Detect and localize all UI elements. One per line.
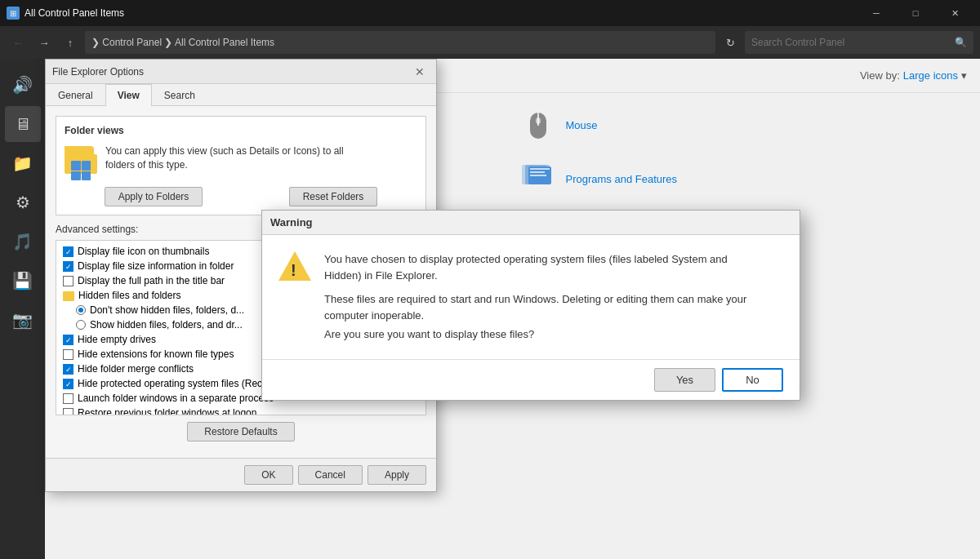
app-icon: ⊞: [7, 7, 20, 20]
radio-label-2: Show hidden files, folders, and dr...: [90, 319, 243, 331]
close-button[interactable]: ✕: [936, 0, 973, 26]
adv-label-3: Display the full path in the title bar: [78, 275, 225, 286]
feo-tabs: General View Search: [46, 84, 436, 106]
tab-view[interactable]: View: [105, 84, 152, 106]
search-input[interactable]: [751, 37, 950, 48]
grid-cell-4: [82, 171, 91, 181]
grid-cell-3: [71, 171, 81, 181]
checkbox-file-icon[interactable]: ✓: [63, 246, 74, 257]
warning-title: Warning: [270, 216, 313, 228]
titlebar: ⊞ All Control Panel Items ─ □ ✕: [0, 0, 980, 26]
warning-line5: Are you sure you want to display these f…: [324, 326, 746, 343]
viewby-row: View by: Large icons ▾: [860, 69, 967, 82]
checkbox-extensions[interactable]: [63, 349, 74, 360]
viewby-link[interactable]: Large icons: [903, 69, 958, 82]
checkbox-file-size[interactable]: ✓: [63, 261, 74, 272]
warning-line1: You have chosen to display protected ope…: [324, 251, 746, 268]
feo-titlebar: File Explorer Options ✕: [46, 60, 436, 84]
search-icon: 🔍: [955, 37, 967, 48]
warning-body: You have chosen to display protected ope…: [262, 235, 800, 359]
checkbox-restore-windows[interactable]: [63, 408, 74, 415]
folder-views-label: Folder views: [65, 125, 417, 136]
svg-rect-15: [530, 175, 546, 176]
minimize-button[interactable]: ─: [858, 0, 895, 26]
apply-to-folders-button[interactable]: Apply to Folders: [105, 187, 203, 206]
folder-icon: [65, 143, 97, 174]
checkbox-merge[interactable]: ✓: [63, 364, 74, 375]
warning-line3: These files are required to start and ru…: [324, 291, 746, 308]
restore-defaults-button[interactable]: Restore Defaults: [187, 422, 294, 441]
programs-icon: [519, 160, 558, 199]
folder-small-icon: [63, 291, 74, 301]
svg-rect-13: [530, 168, 550, 170]
apply-button[interactable]: Apply: [368, 465, 426, 485]
programs-label: Programs and Features: [566, 173, 678, 187]
mouse-icon: [519, 106, 558, 145]
checkbox-separate-process[interactable]: [63, 393, 74, 404]
titlebar-controls: ─ □ ✕: [858, 0, 973, 26]
cancel-button[interactable]: Cancel: [298, 465, 363, 485]
folder-views-description: You can apply this view (such as Details…: [105, 144, 344, 172]
cp-item-programs[interactable]: Programs and Features: [514, 153, 968, 206]
forward-button[interactable]: →: [33, 31, 56, 54]
feo-title: File Explorer Options: [52, 66, 410, 78]
adv-label-folder: Hidden files and folders: [78, 290, 180, 301]
checkbox-full-path[interactable]: [63, 276, 74, 286]
warning-line4: computer inoperable.: [324, 308, 746, 324]
adv-label-9: Restore previous folder windows at logon: [78, 407, 256, 415]
adv-item-9[interactable]: Restore previous folder windows at logon: [60, 406, 422, 415]
tab-search[interactable]: Search: [152, 84, 207, 106]
sidebar-item-media[interactable]: 🎵: [5, 224, 41, 260]
sidebar-item-storage[interactable]: 💾: [5, 263, 41, 299]
content-area: 🔊 🖥 📁 ⚙ 🎵 💾 📷 Adju View by: Large icons …: [0, 59, 980, 559]
radio-show-hidden[interactable]: [76, 320, 86, 330]
sidebar-item-folder[interactable]: 📁: [5, 145, 41, 181]
viewby-label: View by:: [860, 69, 900, 82]
adv-label-4: Hide empty drives: [78, 334, 156, 345]
feo-footer: OK Cancel Apply: [46, 458, 436, 491]
folder-views-section: Folder views You can a: [56, 116, 426, 215]
refresh-button[interactable]: ↻: [719, 31, 742, 54]
warning-titlebar: Warning: [262, 211, 800, 235]
warning-yes-button[interactable]: Yes: [654, 368, 715, 392]
ok-button[interactable]: OK: [244, 465, 292, 485]
sidebar-item-settings[interactable]: ⚙: [5, 184, 41, 220]
titlebar-title: All Control Panel Items: [24, 7, 858, 19]
folder-front: [65, 154, 97, 174]
tab-general[interactable]: General: [46, 84, 105, 106]
checkbox-protected[interactable]: ✓: [63, 379, 74, 389]
adv-label-5: Hide extensions for known file types: [78, 348, 234, 360]
reset-folders-button[interactable]: Reset Folders: [289, 187, 378, 206]
radio-label-1: Don't show hidden files, folders, d...: [90, 304, 244, 316]
warning-text: You have chosen to display protected ope…: [324, 251, 746, 343]
cp-item-mouse[interactable]: Mouse: [514, 100, 968, 152]
back-button[interactable]: ←: [7, 31, 29, 54]
grid-cell-2: [82, 161, 91, 171]
adv-label-8: Launch folder windows in a separate proc…: [78, 393, 274, 404]
breadcrumb[interactable]: ❯ Control Panel ❯ All Control Panel Item…: [85, 31, 715, 54]
warning-no-button[interactable]: No: [722, 368, 783, 392]
warning-dialog: Warning You have chosen to display prote…: [261, 210, 800, 401]
warning-icon: [278, 251, 311, 284]
adv-label-2: Display file size information in folder: [78, 260, 234, 272]
adv-label-6: Hide folder merge conflicts: [78, 363, 194, 375]
adv-label-1: Display file icon on thumbnails: [78, 246, 209, 257]
mouse-label: Mouse: [566, 119, 598, 133]
svg-point-6: [536, 118, 541, 124]
maximize-button[interactable]: □: [897, 0, 934, 26]
sidebar-item-camera[interactable]: 📷: [5, 302, 41, 338]
up-button[interactable]: ↑: [59, 31, 82, 54]
feo-close-button[interactable]: ✕: [410, 62, 430, 82]
triangle-icon: [278, 251, 311, 281]
folder-views-row: You can apply this view (such as Details…: [65, 143, 417, 174]
sidebar-item-sound[interactable]: 🔊: [5, 67, 41, 103]
navbar: ← → ↑ ❯ Control Panel ❯ All Control Pane…: [0, 26, 980, 59]
warning-line2: Hidden) in File Explorer.: [324, 268, 746, 284]
chevron-down-icon[interactable]: ▾: [961, 69, 967, 82]
warning-footer: Yes No: [262, 359, 800, 400]
sidebar-item-display[interactable]: 🖥: [5, 106, 41, 142]
radio-dont-show[interactable]: [76, 305, 86, 315]
svg-rect-14: [530, 171, 545, 173]
grid-cell-1: [71, 161, 81, 171]
checkbox-empty-drives[interactable]: ✓: [63, 335, 74, 345]
